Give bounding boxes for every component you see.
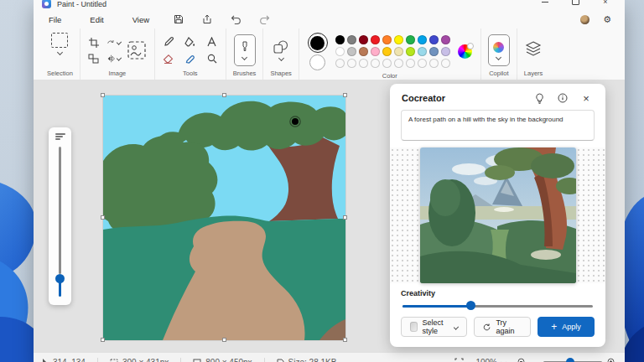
- cursor-position: 314, 134: [42, 358, 86, 362]
- minimize-button[interactable]: [541, 0, 549, 6]
- save-button[interactable]: [169, 13, 188, 26]
- close-button[interactable]: ×: [601, 0, 610, 6]
- group-label-image: Image: [108, 70, 126, 77]
- remove-background-icon: [127, 41, 146, 59]
- selection-handle[interactable]: [101, 93, 105, 97]
- remove-background-button[interactable]: [126, 39, 148, 61]
- color-swatch[interactable]: [429, 47, 439, 56]
- color-swatch[interactable]: [406, 47, 415, 56]
- background-color-swatch[interactable]: [309, 54, 325, 70]
- resize-button[interactable]: [87, 52, 101, 65]
- drawing-canvas[interactable]: [103, 96, 345, 340]
- color-swatch[interactable]: [406, 35, 415, 44]
- brushes-button[interactable]: [234, 34, 256, 66]
- menu-view[interactable]: View: [124, 13, 158, 27]
- color-swatch[interactable]: [335, 35, 345, 44]
- color-swatch[interactable]: [371, 35, 380, 44]
- selection-handle[interactable]: [222, 93, 226, 97]
- menu-edit[interactable]: Edit: [81, 13, 112, 27]
- prompt-input[interactable]: A forest path on a hill with the sky in …: [401, 110, 595, 141]
- selection-handle[interactable]: [101, 215, 105, 220]
- color-swatch[interactable]: [382, 47, 392, 56]
- color-swatch[interactable]: [371, 47, 380, 56]
- edit-colors-wheel-icon[interactable]: [458, 44, 472, 59]
- color-swatch[interactable]: [418, 47, 427, 56]
- text-tool-button[interactable]: [205, 36, 219, 49]
- empty-color-slot[interactable]: [371, 59, 380, 68]
- selection-handle[interactable]: [101, 338, 105, 342]
- rotate-button[interactable]: [107, 36, 121, 49]
- empty-color-slot[interactable]: [418, 59, 427, 68]
- select-style-button[interactable]: Select style: [401, 317, 467, 337]
- color-swatch[interactable]: [359, 47, 368, 56]
- empty-color-slot[interactable]: [335, 59, 345, 68]
- try-again-button[interactable]: Try again: [474, 317, 531, 337]
- selection-handle[interactable]: [343, 215, 347, 220]
- fill-button[interactable]: [184, 36, 197, 49]
- creativity-thumb[interactable]: [466, 301, 475, 310]
- tips-button[interactable]: [532, 92, 547, 104]
- color-swatch[interactable]: [429, 35, 439, 44]
- info-icon: [558, 93, 568, 103]
- color-swatch[interactable]: [359, 35, 368, 44]
- selection-tool[interactable]: [51, 33, 68, 54]
- flip-button[interactable]: [107, 52, 121, 65]
- selection-handle[interactable]: [222, 338, 226, 342]
- empty-color-slot[interactable]: [347, 59, 356, 68]
- share-button[interactable]: [198, 13, 216, 26]
- menubar: File Edit View ⚙: [34, 10, 625, 28]
- undo-button[interactable]: [226, 13, 245, 26]
- color-swatch[interactable]: [382, 35, 392, 44]
- selection-handle[interactable]: [343, 93, 347, 97]
- maximize-button[interactable]: [571, 0, 579, 6]
- empty-color-slot[interactable]: [394, 59, 403, 68]
- color-swatch[interactable]: [347, 35, 356, 44]
- empty-color-slot[interactable]: [382, 59, 392, 68]
- close-panel-button[interactable]: ×: [579, 92, 594, 104]
- crop-button[interactable]: [87, 36, 101, 49]
- empty-color-slot[interactable]: [359, 59, 368, 68]
- size-slider-thumb[interactable]: [55, 274, 65, 283]
- zoom-level-dropdown[interactable]: 100%: [475, 358, 506, 362]
- generated-image[interactable]: [420, 147, 576, 283]
- zoom-in-button[interactable]: [607, 358, 616, 362]
- chevron-down-icon: [496, 54, 501, 59]
- fit-to-window-button[interactable]: [454, 358, 464, 362]
- pencil-button[interactable]: [162, 36, 175, 49]
- creativity-slider[interactable]: [402, 301, 593, 309]
- canvas-area: Cocreator × A forest path on a hill with…: [34, 80, 625, 352]
- layers-button[interactable]: [525, 41, 542, 59]
- color-swatch[interactable]: [441, 47, 450, 56]
- color-swatch[interactable]: [394, 35, 403, 44]
- empty-color-slot[interactable]: [406, 59, 415, 68]
- apply-button[interactable]: + Apply: [538, 317, 595, 337]
- eyedropper-icon: [185, 54, 195, 64]
- menu-file[interactable]: File: [40, 13, 70, 27]
- color-swatch[interactable]: [335, 47, 345, 56]
- zoom-out-button[interactable]: [517, 358, 527, 362]
- color-swatch[interactable]: [347, 47, 356, 56]
- empty-color-slot[interactable]: [429, 59, 439, 68]
- plus-icon: +: [551, 322, 557, 332]
- fill-bucket-icon: [184, 37, 195, 47]
- magnifier-button[interactable]: [205, 53, 219, 65]
- info-button[interactable]: [555, 92, 570, 104]
- eraser-button[interactable]: [162, 53, 175, 65]
- size-slider[interactable]: [59, 147, 61, 297]
- copilot-button[interactable]: [488, 34, 510, 66]
- account-avatar[interactable]: [580, 15, 589, 24]
- selection-handle[interactable]: [343, 338, 347, 342]
- redo-button[interactable]: [255, 13, 273, 26]
- color-swatch[interactable]: [394, 47, 403, 56]
- zoom-slider-thumb[interactable]: [566, 358, 574, 362]
- shapes-button[interactable]: [273, 40, 288, 60]
- empty-color-slot[interactable]: [441, 59, 450, 68]
- color-swatch[interactable]: [418, 35, 427, 44]
- foreground-color-selected[interactable]: [308, 33, 328, 53]
- eyedropper-button[interactable]: [184, 53, 197, 65]
- rotate-icon: [107, 38, 115, 48]
- settings-gear-icon[interactable]: ⚙: [603, 15, 611, 24]
- magnifier-icon: [207, 54, 217, 64]
- toolbar-group-tools: Tools: [155, 28, 226, 80]
- color-swatch[interactable]: [441, 35, 450, 44]
